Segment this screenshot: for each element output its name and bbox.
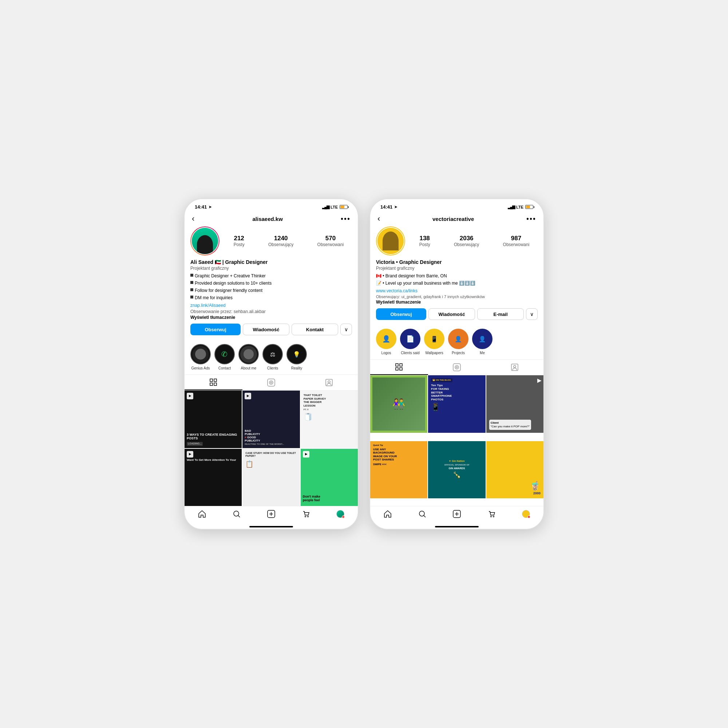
gin-awards: GIN AWARDS [449,467,465,470]
nav-shop-left[interactable] [302,510,310,518]
home-icon-right [384,510,392,518]
stat-following-left: 570 Obserwowani [317,235,344,247]
bottom-nav-left [185,506,358,524]
search-icon-left [232,510,241,518]
story-contact-img: ✆ [216,346,233,363]
nav-search-right[interactable] [418,510,426,518]
cell6-text: Don't makepeople feel [303,495,320,504]
chevron-button-right[interactable]: ∨ [526,308,538,320]
status-bar-left: 14:41 ➤ ▂▄▆ LTE [185,199,358,212]
story-projects[interactable]: 👤 Projects [448,329,468,355]
woman-emoji: 🧋 [530,481,541,491]
contact-button-left[interactable]: Kontakt [292,324,338,335]
tab-bar-right [370,359,543,375]
status-bar-right: 14:41 ➤ ▂▄▆ LTE [370,199,543,212]
nav-profile-left[interactable] [336,510,344,518]
story-about-me[interactable]: About me [239,344,259,370]
story-clients[interactable]: ⚖ Clients [262,344,283,370]
stat-posts-right: 138 Posty [419,235,430,247]
action-buttons-left: Obserwuj Wiadomość Kontakt ∨ [190,324,352,335]
nav-home-right[interactable] [384,510,392,518]
grid-icon-left [210,379,217,386]
avatar-wrapper-left[interactable] [190,226,219,255]
grid-cell-3-right[interactable]: ▶ Client"Can you make it POP more?" [486,375,543,433]
story-clients-said[interactable]: 📄 Clients said [400,329,421,355]
play-icon-4: ▶ [187,451,193,457]
nav-profile-right[interactable] [522,510,530,518]
menu-button-left[interactable]: ••• [341,215,350,223]
tab-grid-right[interactable] [370,359,428,375]
tab-tagged-right[interactable] [486,359,543,375]
profile-link-left[interactable]: znap.link/Alisaeed [190,303,352,308]
back-button-left[interactable]: ‹ [192,214,194,223]
nav-avatar-left [336,510,344,518]
translate-right[interactable]: Wyświetl tłumaczenie [376,300,538,305]
translate-left[interactable]: Wyświetl tłumaczenie [190,315,352,320]
profile-section-right: 138 Posty 2036 Obserwujący 987 Obserwowa… [370,226,543,329]
grid-cell-5-content-left: CASE STUDY: HOW DO YOU USE TOILET PAPER?… [242,449,300,506]
action-buttons-right: Obserwuj Wiadomość E-mail ∨ [376,308,538,320]
story-clients-icon: 📄 [406,335,414,343]
grid-cell-6-right[interactable]: 🧋 2000 [486,441,543,498]
menu-button-right[interactable]: ••• [526,215,536,223]
profile-bio-left: Graphic Designer + Creative Thinker Prov… [190,273,352,301]
time-left: 14:41 [195,204,207,210]
tab-reels-left[interactable] [242,375,300,390]
avatar-image-right [378,228,404,254]
story-contact[interactable]: ✆ Contact [214,344,235,370]
avatar-image-left [192,228,218,254]
profile-subtitle-left: Projektant graficzny [190,266,352,271]
nav-add-left[interactable] [267,510,275,518]
loading-bar: LOADING... [187,442,203,445]
cell2-text-right: Ten TipsFOR TAKINGBETTERSMARTPHONEPHOTOS [431,384,452,401]
location-icon: ➤ [209,205,211,209]
reels-icon-right [453,363,461,371]
grid-cell-2-right[interactable]: 👑 ON THE BLOG Ten TipsFOR TAKINGBETTERSM… [428,375,485,433]
back-button-right[interactable]: ‹ [378,214,380,223]
story-img-placeholder [195,349,206,359]
story-wallpapers-img: 📱 [426,330,443,348]
profile-link-right[interactable]: www.vectoria.ca/links [376,288,538,294]
story-logos[interactable]: 👤 Logos [376,329,396,355]
grid-cell-1-left[interactable]: ▶ 3 WAYS TO CREATE ENGAGING POSTS LOADIN… [185,391,242,448]
svg-rect-13 [396,364,398,366]
nav-add-right[interactable] [453,510,461,518]
grid-cell-4-right[interactable]: Quick Tip USE ANYBACKGROUNDIMAGE ON YOUR… [370,441,427,498]
grid-cell-3-left[interactable]: THAT TOILETPAPER SURVEYTHE BIGGERLESSON … [301,391,358,448]
message-button-left[interactable]: Wiadomość [243,324,289,335]
tab-grid-left[interactable] [185,375,242,390]
story-me[interactable]: 👤 Me [472,329,492,355]
tab-tagged-left[interactable] [300,375,358,390]
stat-following-right: 987 Obserwowani [503,235,530,247]
svg-rect-15 [396,368,398,370]
story-genius-ads[interactable]: Genius Ads [190,344,211,370]
svg-rect-3 [214,383,217,385]
follow-button-right[interactable]: Obserwuj [376,308,426,320]
stat-followers-left: 1240 Obserwujący [268,235,294,247]
grid-cell-6-left[interactable]: ▶ Don't makepeople feel [301,449,358,506]
grid-cell-5-left[interactable]: CASE STUDY: HOW DO YOU USE TOILET PAPER?… [242,449,300,506]
grid-cell-2-left[interactable]: ▶ BADPUBLICITY≠ GOODPUBLICITY REACTING T… [242,391,300,448]
chevron-button-left[interactable]: ∨ [340,324,352,335]
network-left: LTE [330,205,338,209]
svg-point-8 [328,381,330,383]
grid-cell-4-left[interactable]: ▶ Want To Get More Attention To Your [185,449,242,506]
story-reality[interactable]: 💡 Reality [286,344,307,370]
story-logos-icon: 👤 [382,335,390,343]
avatar-wrapper-right[interactable] [376,226,405,255]
follow-button-left[interactable]: Obserwuj [190,324,241,335]
grid-icon-right [395,363,402,370]
bottom-nav-right [370,506,543,524]
nav-shop-right[interactable] [487,510,496,518]
cell3-part: PT. II [304,408,309,411]
grid-cell-1-right[interactable]: 👫 [370,375,427,433]
nav-home-left[interactable] [198,510,206,518]
svg-point-9 [234,511,239,516]
story-wallpapers[interactable]: 📱 Wallpapers [424,329,444,355]
tab-reels-right[interactable] [428,359,486,375]
message-button-right[interactable]: Wiadomość [428,308,475,320]
left-phone: 14:41 ➤ ▂▄▆ LTE ‹ alisaeed.kw ••• [184,198,359,530]
grid-cell-5-right[interactable]: ✦ Gin Nation OFFICIAL SPONSOR OF GIN AWA… [428,441,485,498]
email-button-right[interactable]: E-mail [477,308,524,320]
nav-search-left[interactable] [232,510,241,518]
